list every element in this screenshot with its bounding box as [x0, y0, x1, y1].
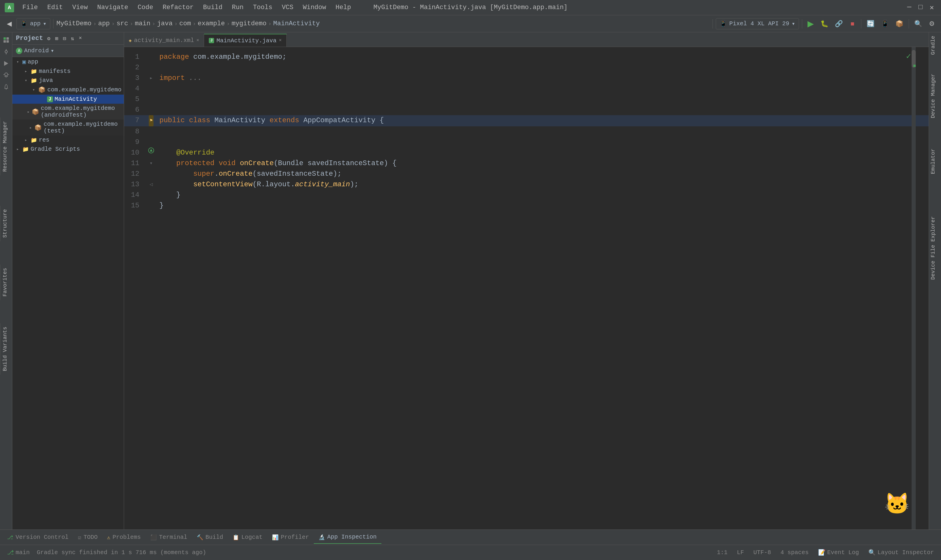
android-selector[interactable]: A Android ▾ — [12, 45, 124, 57]
breadcrumb-com[interactable]: com — [179, 20, 191, 27]
cursor-position-status[interactable]: 1:1 — [714, 548, 730, 557]
menu-build[interactable]: Build — [199, 3, 227, 12]
line-number-14: 14 — [124, 190, 145, 200]
avd-manager-button[interactable]: 📱 — [879, 18, 891, 29]
indent-text: 4 spaces — [781, 549, 809, 556]
device-selector[interactable]: 📱 Pixel 4 XL API 29 ▾ — [716, 18, 799, 29]
settings-button[interactable]: ⚙ — [926, 18, 938, 29]
sdk-manager-button[interactable]: 📦 — [893, 18, 906, 29]
breadcrumb-file[interactable]: MainActivity — [273, 20, 320, 27]
menu-file[interactable]: File — [18, 3, 43, 12]
tab-todo[interactable]: ☑ TODO — [73, 531, 102, 544]
menu-refactor[interactable]: Refactor — [158, 3, 199, 12]
build-variants-panel-container: Build Variants — [0, 323, 10, 377]
scroll-indicator[interactable] — [912, 47, 916, 529]
tree-item-package-main[interactable]: ▾ 📦 com.example.mygitdemo — [12, 85, 124, 95]
resource-manager-label[interactable]: Resource Manager — [0, 117, 10, 175]
maximize-button[interactable]: □ — [916, 2, 925, 13]
close-java-tab-icon[interactable]: × — [279, 38, 282, 43]
stop-button[interactable]: ■ — [847, 18, 858, 29]
sync-status[interactable]: Gradle sync finished in 1 s 716 ms (mome… — [34, 548, 208, 557]
code-editor[interactable]: ✓ 1 package com.example.mygitdemo; 2 3 ▸ — [124, 47, 929, 529]
breadcrumb-src[interactable]: src — [116, 20, 128, 27]
close-panel-icon[interactable]: × — [77, 35, 84, 42]
tree-item-androidtest[interactable]: ▸ 📦 com.example.mygitdemo (androidTest) — [12, 104, 124, 120]
menu-tools[interactable]: Tools — [248, 3, 277, 12]
run-manager-button[interactable] — [1, 58, 11, 69]
tab-profiler[interactable]: 📊 Profiler — [267, 531, 314, 544]
favorites-panel-label[interactable]: Favorites — [0, 265, 10, 300]
git-branch-status[interactable]: ⎇ main — [5, 548, 32, 557]
device-file-explorer-label[interactable]: Device File Explorer — [929, 213, 941, 283]
tab-activity-main-xml[interactable]: ◈ activity_main.xml × — [124, 34, 204, 47]
app-selector-label: app — [30, 20, 40, 27]
sort-icon[interactable]: ⇅ — [69, 35, 76, 42]
minimize-button[interactable]: ─ — [905, 2, 914, 13]
close-button[interactable]: ✕ — [927, 2, 936, 13]
close-xml-tab-icon[interactable]: × — [196, 38, 199, 43]
res-arrow-icon: ▸ — [25, 137, 29, 143]
tab-mainactivity-java[interactable]: J MainActivity.java × — [204, 34, 287, 47]
layout-inspector-status[interactable]: 🔍 Layout Inspector — [866, 548, 936, 557]
tab-terminal[interactable]: ⬛ Terminal — [145, 531, 192, 544]
emulator-panel-label[interactable]: Emulator — [929, 145, 941, 177]
expand-icon[interactable]: ⊞ — [53, 35, 60, 42]
tree-item-gradle-scripts[interactable]: ▸ 📁 Gradle Scripts — [12, 145, 124, 154]
breadcrumb-project[interactable]: MyGitDemo — [57, 20, 91, 27]
fold-icon-3[interactable]: ▸ — [150, 73, 153, 83]
indent-status[interactable]: 4 spaces — [778, 548, 811, 557]
menu-code[interactable]: Code — [133, 3, 158, 12]
menu-edit[interactable]: Edit — [43, 3, 68, 12]
debug-button[interactable]: 🐛 — [818, 18, 831, 29]
tab-version-control[interactable]: ⎇ Version Control — [2, 531, 73, 544]
breadcrumb-mygitdemo[interactable]: mygitdemo — [231, 20, 267, 27]
breadcrumb-java[interactable]: java — [157, 20, 173, 27]
encoding-status[interactable]: UTF-8 — [751, 548, 773, 557]
back-button[interactable]: ◀ — [3, 18, 15, 29]
tree-item-manifests[interactable]: ▸ 📁 manifests — [12, 67, 124, 76]
commit-tool-button[interactable] — [1, 46, 11, 57]
menu-navigate[interactable]: Navigate — [93, 3, 133, 12]
tree-item-test[interactable]: ▸ 📦 com.example.mygitdemo (test) — [12, 120, 124, 135]
tree-item-java[interactable]: ▾ 📁 java — [12, 76, 124, 85]
search-everywhere-button[interactable]: 🔍 — [912, 18, 924, 29]
code-line-6: 6 — [124, 105, 929, 115]
build-variants-panel-label[interactable]: Build Variants — [0, 323, 10, 375]
tree-item-mainactivity[interactable]: J MainActivity — [12, 95, 124, 104]
menu-window[interactable]: Window — [298, 3, 331, 12]
tab-logcat[interactable]: 📋 Logcat — [228, 531, 267, 544]
tree-item-app[interactable]: ▾ ▣ app — [12, 57, 124, 67]
tab-build[interactable]: 🔨 Build — [192, 531, 228, 544]
sync-button[interactable]: 🔄 — [864, 18, 877, 29]
fold-icon-13[interactable]: ◁ — [150, 179, 153, 190]
tree-item-res[interactable]: ▸ 📁 res — [12, 135, 124, 145]
tab-app-inspection[interactable]: 🔬 App Inspection — [314, 531, 381, 544]
app-selector[interactable]: 📱 app ▾ — [17, 18, 50, 29]
gear-icon[interactable]: ⚙ — [45, 35, 52, 42]
tab-problems[interactable]: ⚠ Problems — [102, 531, 145, 544]
fold-icon-11[interactable]: ▾ — [150, 158, 153, 169]
breadcrumb-main[interactable]: main — [135, 20, 151, 27]
debug-manager-button[interactable] — [1, 70, 11, 80]
line-separator-status[interactable]: LF — [734, 548, 746, 557]
line-number-4: 4 — [124, 83, 145, 94]
xml-icon: ◈ — [129, 38, 132, 43]
menu-help[interactable]: Help — [331, 3, 356, 12]
structure-panel-label[interactable]: Structure — [0, 206, 10, 241]
attach-debugger-button[interactable]: 🔗 — [833, 18, 845, 29]
breadcrumb-example[interactable]: example — [197, 20, 225, 27]
run-button[interactable]: ▶ — [805, 19, 816, 29]
device-manager-panel-label[interactable]: Device Manager — [929, 70, 941, 122]
menu-vcs[interactable]: VCS — [277, 3, 298, 12]
event-log-status[interactable]: 📝 Event Log — [816, 548, 861, 557]
menu-run[interactable]: Run — [227, 3, 248, 12]
gradle-panel-label[interactable]: Gradle — [929, 32, 941, 58]
breadcrumb-module[interactable]: app — [98, 20, 110, 27]
favorites-panel-container: Favorites — [0, 265, 10, 302]
menu-view[interactable]: View — [68, 3, 93, 12]
device-selector-chevron: ▾ — [791, 20, 795, 27]
collapse-icon[interactable]: ⊟ — [61, 35, 68, 42]
project-tool-button[interactable] — [1, 35, 11, 45]
line-gutter-7: ⚑ — [145, 115, 157, 126]
notifications-button[interactable] — [1, 82, 11, 92]
